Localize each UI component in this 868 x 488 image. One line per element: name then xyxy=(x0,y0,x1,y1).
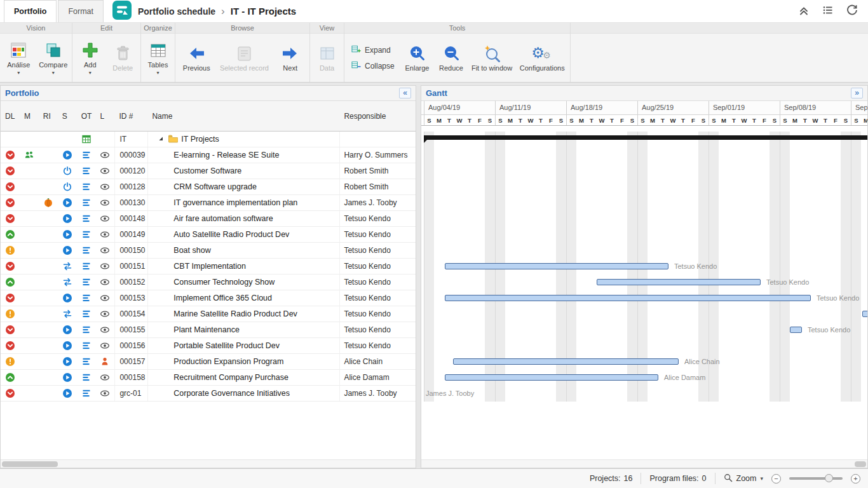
swap-icon[interactable] xyxy=(58,306,77,322)
previous-button[interactable]: Previous xyxy=(177,41,216,75)
eye-icon[interactable] xyxy=(96,195,115,210)
table-row[interactable]: 000151CBT ImplementationTetsuo Kendo xyxy=(1,259,416,274)
play-icon[interactable] xyxy=(58,147,77,163)
expand-button[interactable]: Expand xyxy=(351,44,395,56)
column-header-id[interactable]: ID # xyxy=(115,101,148,131)
tables-button[interactable]: Tables ▾ xyxy=(143,38,173,78)
table-row[interactable]: 000156Portable Satellite Product DevTets… xyxy=(1,338,416,354)
table-row[interactable]: 000120Customer SoftwareRobert Smith xyxy=(1,163,416,179)
eye-icon[interactable] xyxy=(96,147,115,163)
gantt-summary-bar[interactable] xyxy=(424,135,867,140)
gantt-bar[interactable] xyxy=(445,263,668,269)
table-row[interactable]: 000039E-learning - Release SE SuiteHarry… xyxy=(1,147,416,163)
red-down-icon[interactable] xyxy=(1,338,20,353)
red-down-icon[interactable] xyxy=(1,163,20,179)
green-up-icon[interactable] xyxy=(1,274,20,290)
column-header-m[interactable]: M xyxy=(20,101,39,131)
play-icon[interactable] xyxy=(58,322,77,337)
compare-button[interactable]: Compare ▾ xyxy=(37,38,71,78)
gantt-bar[interactable] xyxy=(453,358,679,365)
play-icon[interactable] xyxy=(58,195,77,210)
play-icon[interactable] xyxy=(58,211,77,226)
list-icon[interactable] xyxy=(77,354,96,369)
play-icon[interactable] xyxy=(58,354,77,369)
eye-icon[interactable] xyxy=(96,386,115,401)
expander-icon[interactable] xyxy=(157,135,165,144)
ball-icon[interactable] xyxy=(39,195,58,210)
list-menu-icon[interactable] xyxy=(822,4,834,18)
red-down-icon[interactable] xyxy=(1,386,20,401)
red-down-icon[interactable] xyxy=(1,147,20,163)
list-icon[interactable] xyxy=(77,386,96,401)
list-icon[interactable] xyxy=(77,259,96,274)
list-icon[interactable] xyxy=(77,322,96,337)
list-icon[interactable] xyxy=(77,211,96,226)
power-icon[interactable] xyxy=(58,163,77,179)
refresh-icon[interactable] xyxy=(846,4,858,18)
column-header-l[interactable]: L xyxy=(96,101,115,131)
table-row[interactable]: 000157Production Expansion ProgramAlice … xyxy=(1,354,416,370)
portfolio-hscroll-thumb[interactable] xyxy=(2,461,58,467)
table-row[interactable]: 000154Marine Satellite Radio Product Dev… xyxy=(1,306,416,322)
gantt-bar[interactable] xyxy=(790,327,802,333)
table-row[interactable]: 000158Recruitment Company PurchaseAlice … xyxy=(1,370,416,386)
table-row[interactable]: 000128CRM Software upgradeRobert Smith xyxy=(1,179,416,195)
tab-format[interactable]: Format xyxy=(58,0,104,22)
eye-icon[interactable] xyxy=(96,163,115,179)
list-icon[interactable] xyxy=(77,179,96,194)
eye-icon[interactable] xyxy=(96,290,115,306)
table-row[interactable]: 000150Boat showTetsuo Kendo xyxy=(1,243,416,259)
add-button[interactable]: Add ▾ xyxy=(74,38,106,78)
person-icon[interactable] xyxy=(96,354,115,369)
enlarge-button[interactable]: Enlarge xyxy=(401,41,434,75)
portfolio-group-row[interactable]: ITIT Projects xyxy=(1,132,416,147)
zoom-dropdown[interactable]: Zoom ▾ xyxy=(724,473,763,484)
next-button[interactable]: Next xyxy=(273,41,308,75)
table-row[interactable]: grc-01Corporate Governance InitiativesJa… xyxy=(1,386,416,402)
power-icon[interactable] xyxy=(58,179,77,194)
eye-icon[interactable] xyxy=(96,227,115,242)
table-row[interactable]: 000149Auto Satellite Radio Product DevTe… xyxy=(1,227,416,243)
gantt-bar[interactable] xyxy=(445,374,658,381)
eye-icon[interactable] xyxy=(96,322,115,337)
play-icon[interactable] xyxy=(58,386,77,401)
analise-button[interactable]: Análise ▾ xyxy=(2,38,36,78)
collapse-left-panel-icon[interactable]: « xyxy=(399,88,411,98)
collapse-ribbon-icon[interactable] xyxy=(798,4,810,18)
list-icon[interactable] xyxy=(77,227,96,242)
collapse-button[interactable]: Collapse xyxy=(351,60,395,72)
zoom-in-button[interactable]: + xyxy=(851,474,860,484)
eye-icon[interactable] xyxy=(96,211,115,226)
fit-to-window-button[interactable]: Fit to window xyxy=(469,41,515,75)
list-icon[interactable] xyxy=(77,370,96,385)
list-icon[interactable] xyxy=(77,290,96,306)
play-icon[interactable] xyxy=(58,290,77,306)
people-icon[interactable] xyxy=(20,147,39,163)
sheet-icon[interactable] xyxy=(77,132,96,147)
table-row[interactable]: 000130IT governance implementation planJ… xyxy=(1,195,416,211)
red-down-icon[interactable] xyxy=(1,322,20,337)
table-row[interactable]: 000155Plant MaintenanceTetsuo Kendo xyxy=(1,322,416,338)
red-down-icon[interactable] xyxy=(1,290,20,306)
gantt-bar[interactable] xyxy=(597,279,761,285)
column-header-ot[interactable]: OT xyxy=(77,101,96,131)
list-icon[interactable] xyxy=(77,195,96,210)
table-row[interactable]: 000148Air fare automation softwareTetsuo… xyxy=(1,211,416,227)
eye-icon[interactable] xyxy=(96,274,115,290)
swap-icon[interactable] xyxy=(58,274,77,290)
zoom-slider-handle[interactable] xyxy=(825,474,833,482)
column-header-responsible[interactable]: Responsible xyxy=(339,101,416,131)
zoom-out-button[interactable]: − xyxy=(771,474,781,484)
eye-icon[interactable] xyxy=(96,259,115,274)
list-icon[interactable] xyxy=(77,306,96,322)
green-up-icon[interactable] xyxy=(1,227,20,242)
eye-icon[interactable] xyxy=(96,179,115,194)
portfolio-hscrollbar[interactable] xyxy=(1,459,416,468)
eye-icon[interactable] xyxy=(96,306,115,322)
warning-icon[interactable] xyxy=(1,354,20,369)
green-up-icon[interactable] xyxy=(1,370,20,385)
play-icon[interactable] xyxy=(58,243,77,258)
list-icon[interactable] xyxy=(77,274,96,290)
list-icon[interactable] xyxy=(77,338,96,353)
eye-icon[interactable] xyxy=(96,370,115,385)
